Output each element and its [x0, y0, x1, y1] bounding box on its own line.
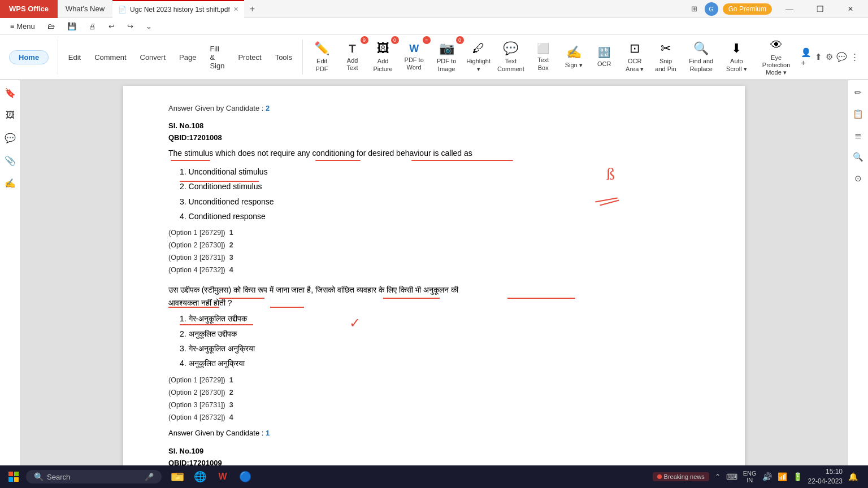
thumbnail-panel-icon[interactable]: 🖼 — [2, 107, 18, 123]
add-text-label: Add Text — [342, 57, 363, 72]
bookmark-panel-icon[interactable]: 🔖 — [2, 85, 18, 101]
close-button[interactable]: ✕ — [837, 0, 863, 18]
whats-new-tab[interactable]: What's New — [58, 0, 112, 18]
snip-pin-label: Snip and Pin — [655, 58, 676, 72]
svg-text:📁: 📁 — [175, 475, 180, 480]
add-text-button[interactable]: 9 T Add Text — [338, 37, 367, 77]
auto-scroll-button[interactable]: ⬇ Auto Scroll ▾ — [722, 37, 752, 77]
user-avatar[interactable]: G — [705, 2, 718, 16]
pdf-to-word-icon: W — [409, 43, 419, 55]
taskbar-time: 15:10 22-04-2023 — [808, 467, 843, 486]
menu-save[interactable]: 💾 — [62, 20, 82, 32]
taskbar-app-edge[interactable]: 🌐 — [190, 467, 210, 487]
go-premium-button[interactable]: Go Premium — [723, 3, 772, 15]
text-comment-label: Text Comment — [497, 58, 524, 72]
annotation-checkmark: ✓ — [349, 312, 361, 334]
minimize-button[interactable]: — — [776, 0, 802, 18]
auto-scroll-label: Auto Scroll ▾ — [726, 58, 747, 72]
ocr-button[interactable]: 🔡 OCR — [589, 37, 619, 77]
highlight-icon: 🖊 — [472, 41, 485, 56]
wps-logo[interactable]: WPS Office — [0, 0, 58, 18]
taskbar-search-box[interactable]: 🔍 Search 🎤 — [26, 470, 162, 483]
right-zoom-icon[interactable]: 🔍 — [850, 149, 866, 165]
right-list-icon[interactable]: ≣ — [850, 128, 866, 143]
home-tab[interactable]: Home — [9, 50, 49, 64]
taskbar-volume[interactable]: 🔊 — [762, 472, 772, 481]
hindi-question-108: उस उद्दीपक (स्टीमुलस) को किस रूप में जान… — [168, 284, 700, 309]
option-info-108-4: (Option 4 [26732]) 4 — [168, 264, 700, 276]
taskbar-app-chrome[interactable]: 🔵 — [235, 467, 255, 487]
tab-edit[interactable]: Edit — [63, 51, 86, 64]
menu-print[interactable]: 🖨 — [83, 20, 102, 32]
signature-panel-icon[interactable]: ✍ — [2, 175, 18, 191]
find-replace-label: Find and Replace — [687, 58, 716, 72]
tab-tools[interactable]: Tools — [270, 51, 298, 64]
tab-fill-sign[interactable]: Fill & Sign — [204, 42, 230, 72]
edit-pdf-button[interactable]: ✏️ Edit PDF — [307, 37, 337, 77]
snip-pin-icon: ✂ — [661, 41, 671, 56]
option-info-108: (Option 1 [26729]) 1 (Option 2 [26730]) … — [168, 227, 700, 276]
add-picture-button[interactable]: 0 🖼 Add Picture — [368, 37, 398, 77]
taskbar-battery[interactable]: 🔋 — [793, 472, 802, 481]
tab-protect[interactable]: Protect — [232, 51, 267, 64]
more-icon[interactable]: ⋮ — [850, 52, 859, 62]
menu-dropdown[interactable]: ⌄ — [140, 20, 158, 32]
taskbar-search-mic: 🎤 — [145, 473, 154, 481]
taskbar-app-wps[interactable]: W — [212, 467, 233, 487]
right-edit-icon[interactable]: ✏ — [850, 85, 866, 101]
tab-close[interactable]: ✕ — [233, 6, 238, 13]
tab-add[interactable]: + — [244, 4, 261, 14]
pdf-to-word-button[interactable]: = W PDF to Word — [399, 37, 429, 77]
ocr-area-button[interactable]: ⊡ OCR Area ▾ — [620, 37, 649, 77]
share-icon[interactable]: 👤+ — [801, 47, 811, 67]
svg-rect-0 — [8, 472, 13, 476]
tab-comment[interactable]: Comment — [89, 51, 132, 64]
taskbar-app-explorer[interactable]: 📁 — [167, 467, 188, 487]
ann-underline-hindi5 — [270, 307, 304, 308]
taskbar-lang-text: ENG IN — [743, 470, 757, 483]
ocr-area-icon: ⊡ — [630, 41, 640, 56]
attachment-panel-icon[interactable]: 📎 — [2, 152, 18, 168]
start-button[interactable] — [5, 468, 23, 486]
date: 22-04-2023 — [808, 477, 843, 486]
right-circle-icon[interactable]: ⊙ — [850, 171, 866, 186]
tab-page[interactable]: Page — [173, 51, 202, 64]
maximize-button[interactable]: ❐ — [807, 0, 833, 18]
find-replace-button[interactable]: 🔍 Find and Replace — [682, 37, 721, 77]
comments-panel-icon[interactable]: 💬 — [2, 130, 18, 146]
taskbar-lang[interactable]: ENG IN — [743, 470, 757, 483]
pdf-to-image-icon: 📷 — [439, 41, 454, 56]
right-copy-icon[interactable]: 📋 — [850, 106, 866, 122]
pdf-to-image-button[interactable]: 0 📷 PDF to Image — [431, 37, 463, 77]
breaking-news-text: Breaking news — [664, 473, 705, 480]
eye-protection-button[interactable]: 👁 Eye Protection Mode ▾ — [753, 37, 800, 77]
menu-undo[interactable]: ↩ — [103, 20, 120, 32]
breaking-news[interactable]: Breaking news — [653, 472, 709, 481]
add-text-badge: 9 — [361, 36, 368, 44]
text-comment-button[interactable]: 💬 Text Comment — [494, 37, 528, 77]
menu-menu[interactable]: ≡ Menu — [5, 20, 41, 32]
annotation-b: ß — [606, 165, 615, 182]
comment-icon-header[interactable]: 💬 — [836, 52, 847, 62]
qbid-108: QBID:17201008 — [168, 132, 700, 144]
settings-icon[interactable]: ⚙ — [826, 52, 833, 62]
taskbar-network[interactable]: 📶 — [778, 472, 787, 481]
menu-open[interactable]: 🗁 — [42, 20, 60, 32]
pdf-to-word-label: PDF to Word — [403, 56, 425, 71]
taskbar-up-arrow[interactable]: ⌃ — [715, 473, 721, 481]
layout-icon[interactable]: ⊞ — [689, 3, 700, 15]
taskbar-keyboard[interactable]: ⌨ — [726, 472, 737, 481]
taskbar: 🔍 Search 🎤 📁 🌐 W 🔵 Breaking news ⌃ ⌨ ENG… — [0, 465, 868, 488]
snip-pin-button[interactable]: ✂ Snip and Pin — [650, 37, 681, 77]
text-box-button[interactable]: ⬜ Text Box — [528, 37, 558, 77]
highlight-label: Highlight ▾ — [466, 58, 491, 72]
highlight-button[interactable]: 🖊 Highlight ▾ — [464, 37, 493, 77]
title-bar: WPS Office What's New 📄 Ugc Net 2023 his… — [0, 0, 868, 18]
pdf-area[interactable]: Answer Given by Candidate : 2 Sl. No.108… — [20, 80, 848, 470]
export-icon[interactable]: ⬆ — [815, 52, 822, 62]
hindi-opt-info-2: (Option 2 [26730]) 2 — [168, 387, 700, 398]
menu-redo[interactable]: ↪ — [121, 20, 139, 32]
tab-convert[interactable]: Convert — [134, 51, 172, 64]
notification-button[interactable]: 🔔 — [848, 472, 858, 481]
sign-button[interactable]: ✍ Sign ▾ — [559, 37, 588, 77]
